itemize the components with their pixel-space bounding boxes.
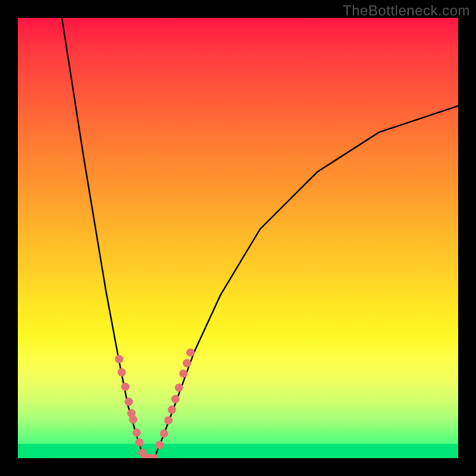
curve-right-curve: [154, 106, 458, 458]
marker-dot: [133, 428, 141, 437]
marker-dot: [164, 416, 173, 424]
marker-dot: [179, 369, 187, 378]
plot-area: [18, 18, 458, 458]
marker-dot: [171, 395, 180, 403]
marker-dot: [175, 384, 183, 392]
marker-dot: [135, 438, 143, 446]
marker-dot: [121, 383, 130, 391]
marker-dot: [183, 359, 191, 367]
marker-dot: [160, 430, 168, 438]
marker-layer: [115, 348, 195, 458]
chart-frame: TheBottleneck.com: [0, 0, 476, 476]
watermark-text: TheBottleneck.com: [343, 2, 470, 19]
marker-dot: [155, 441, 164, 449]
marker-dot: [186, 348, 195, 356]
marker-dot: [125, 397, 133, 406]
curve-left-curve: [62, 18, 144, 458]
marker-dot: [129, 415, 137, 424]
curve-layer: [62, 18, 458, 458]
marker-dot: [115, 355, 123, 364]
marker-dot: [168, 406, 176, 414]
marker-dot: [118, 368, 126, 377]
chart-svg: [18, 18, 458, 458]
